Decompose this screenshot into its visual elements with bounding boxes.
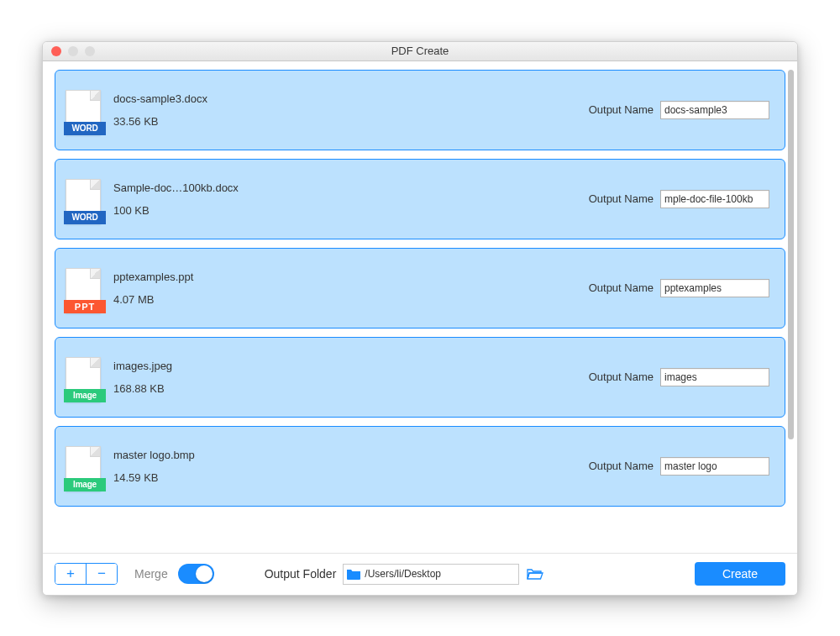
file-name: pptexamples.ppt xyxy=(113,271,589,283)
toggle-knob xyxy=(196,565,213,582)
output-folder-label: Output Folder xyxy=(265,567,337,581)
output-name-block: Output Name xyxy=(589,190,769,208)
remove-file-button[interactable]: − xyxy=(87,564,117,584)
scrollbar-thumb[interactable] xyxy=(788,70,794,439)
file-size: 168.88 KB xyxy=(113,382,589,395)
file-size: 14.59 KB xyxy=(113,471,589,484)
file-type-badge: Image xyxy=(64,478,106,491)
file-list: WORDdocs-sample3.docx33.56 KBOutput Name… xyxy=(43,61,797,553)
app-window: PDF Create WORDdocs-sample3.docx33.56 KB… xyxy=(42,41,798,596)
output-name-block: Output Name xyxy=(589,368,769,386)
browse-folder-button[interactable] xyxy=(526,565,544,582)
file-icon: WORD xyxy=(64,174,102,224)
output-name-label: Output Name xyxy=(589,103,654,116)
output-name-label: Output Name xyxy=(589,192,654,205)
file-row[interactable]: WORDdocs-sample3.docx33.56 KBOutput Name xyxy=(55,70,785,150)
merge-label: Merge xyxy=(134,567,168,581)
scrollbar[interactable] xyxy=(784,70,796,523)
file-row[interactable]: Imagemaster logo.bmp14.59 KBOutput Name xyxy=(55,426,785,507)
merge-toggle[interactable] xyxy=(178,564,214,584)
file-meta: master logo.bmp14.59 KB xyxy=(113,449,589,484)
output-folder-input[interactable] xyxy=(365,568,507,580)
page-fold-icon xyxy=(90,91,100,101)
create-button[interactable]: Create xyxy=(695,562,785,586)
file-meta: Sample-doc…100kb.docx100 KB xyxy=(113,181,589,217)
output-name-label: Output Name xyxy=(589,281,654,294)
file-row[interactable]: PPTpptexamples.ppt4.07 MBOutput Name xyxy=(55,248,785,329)
output-name-block: Output Name xyxy=(589,457,769,476)
file-type-badge: PPT xyxy=(64,300,106,313)
file-size: 33.56 KB xyxy=(113,115,589,128)
file-type-badge: Image xyxy=(64,389,106,402)
output-name-label: Output Name xyxy=(589,371,654,383)
output-name-input[interactable] xyxy=(660,457,769,476)
titlebar: PDF Create xyxy=(43,42,797,61)
page-fold-icon xyxy=(90,447,100,457)
page-fold-icon xyxy=(90,358,100,368)
file-type-badge: WORD xyxy=(64,211,106,224)
file-name: master logo.bmp xyxy=(113,449,589,461)
file-icon: Image xyxy=(64,441,102,491)
output-name-block: Output Name xyxy=(589,101,769,119)
file-meta: images.jpeg168.88 KB xyxy=(113,360,589,395)
page-fold-icon xyxy=(90,180,100,190)
add-remove-group: + − xyxy=(55,563,118,585)
file-type-badge: WORD xyxy=(64,122,106,135)
file-row[interactable]: Imageimages.jpeg168.88 KBOutput Name xyxy=(55,337,785,418)
file-icon: PPT xyxy=(64,263,102,313)
file-name: images.jpeg xyxy=(113,360,589,372)
file-size: 100 KB xyxy=(113,204,589,217)
page-fold-icon xyxy=(90,269,100,279)
output-folder-field xyxy=(343,564,519,585)
folder-icon xyxy=(346,568,361,580)
file-meta: docs-sample3.docx33.56 KB xyxy=(113,92,589,128)
file-icon: WORD xyxy=(64,85,102,135)
output-name-input[interactable] xyxy=(660,279,769,297)
merge-block: Merge xyxy=(134,564,214,584)
file-name: Sample-doc…100kb.docx xyxy=(113,181,589,194)
file-icon: Image xyxy=(64,352,102,402)
file-meta: pptexamples.ppt4.07 MB xyxy=(113,271,589,306)
output-name-block: Output Name xyxy=(589,279,769,297)
file-name: docs-sample3.docx xyxy=(113,92,589,105)
output-name-label: Output Name xyxy=(589,460,654,472)
window-title: PDF Create xyxy=(43,45,797,57)
footer-toolbar: + − Merge Output Folder xyxy=(43,553,797,595)
output-name-input[interactable] xyxy=(660,101,769,119)
file-row[interactable]: WORDSample-doc…100kb.docx100 KBOutput Na… xyxy=(55,159,785,239)
file-size: 4.07 MB xyxy=(113,293,589,306)
output-name-input[interactable] xyxy=(660,190,769,208)
output-name-input[interactable] xyxy=(660,368,769,386)
output-folder-block: Output Folder xyxy=(265,564,545,585)
add-file-button[interactable]: + xyxy=(55,564,86,584)
